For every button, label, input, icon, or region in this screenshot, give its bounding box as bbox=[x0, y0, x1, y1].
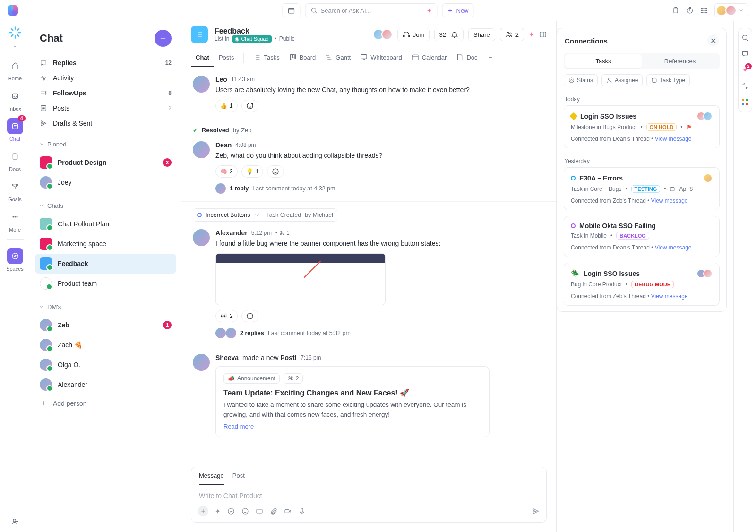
sidebar-item-rollout[interactable]: Chat Rollout Plan bbox=[35, 214, 176, 234]
relation-tag[interactable]: ⌘2 bbox=[284, 373, 303, 384]
reaction-thumbs-up[interactable]: 👍1 bbox=[215, 100, 238, 112]
add-reaction-button[interactable] bbox=[241, 100, 258, 112]
add-reaction-button[interactable] bbox=[267, 165, 284, 178]
tab-chat[interactable]: Chat bbox=[191, 49, 214, 67]
tab-calendar[interactable]: Calendar bbox=[407, 49, 452, 67]
view-message-link[interactable]: View message bbox=[655, 244, 692, 251]
emoji-icon[interactable] bbox=[241, 507, 249, 515]
logo-icon[interactable] bbox=[8, 5, 18, 16]
section-chats[interactable]: Chats bbox=[30, 194, 181, 212]
sidebar-item-feedback[interactable]: Feedback bbox=[35, 254, 176, 274]
comments-button[interactable] bbox=[741, 50, 749, 58]
tab-posts[interactable]: Posts bbox=[214, 49, 239, 67]
activity-button[interactable] bbox=[741, 82, 749, 90]
sidebar-replies[interactable]: Replies 12 bbox=[35, 55, 176, 70]
panel-toggle-icon[interactable] bbox=[539, 31, 547, 38]
sidebar-followups[interactable]: FollowUps 8 bbox=[35, 86, 176, 101]
video-icon[interactable] bbox=[284, 507, 292, 515]
sidebar-posts[interactable]: Posts 2 bbox=[35, 101, 176, 116]
member-avatars[interactable] bbox=[373, 29, 393, 40]
new-button[interactable]: ＋ New bbox=[442, 3, 473, 17]
member-count-pill[interactable]: 32 bbox=[434, 28, 464, 41]
rail-more[interactable]: More bbox=[4, 205, 26, 234]
attachment-icon[interactable] bbox=[270, 507, 277, 515]
attachment-image[interactable] bbox=[215, 253, 386, 305]
section-pinned[interactable]: Pinned bbox=[30, 133, 181, 151]
composer-tab-post[interactable]: Post bbox=[232, 472, 245, 485]
filter-assignee[interactable]: Assignee bbox=[601, 74, 643, 86]
sidebar-activity[interactable]: Activity bbox=[35, 70, 176, 86]
timer-icon[interactable] bbox=[686, 7, 694, 14]
add-view-button[interactable]: ＋ bbox=[482, 48, 498, 68]
message-author[interactable]: Leo bbox=[215, 76, 227, 83]
chevron-down-icon[interactable] bbox=[12, 44, 17, 49]
rail-home[interactable]: Home bbox=[4, 54, 26, 83]
clipboard-icon[interactable] bbox=[672, 7, 679, 14]
section-dms[interactable]: DM's bbox=[30, 295, 181, 313]
account-menu[interactable] bbox=[714, 3, 748, 17]
ai-button[interactable]: 2✦ bbox=[742, 66, 748, 74]
join-button[interactable]: Join bbox=[397, 28, 430, 41]
message-author[interactable]: Alexander bbox=[215, 229, 248, 237]
task-icon[interactable] bbox=[227, 507, 235, 515]
calendar-shortcut-button[interactable] bbox=[282, 3, 300, 17]
tab-board[interactable]: Board bbox=[284, 49, 321, 67]
rail-spaces[interactable]: Spaces bbox=[4, 244, 26, 274]
avatar[interactable] bbox=[193, 229, 210, 246]
composer-add-button[interactable]: ＋ bbox=[198, 506, 208, 516]
search-button[interactable] bbox=[741, 34, 749, 42]
rail-chat[interactable]: 4 Chat bbox=[4, 114, 26, 144]
sidebar-dm-alexander[interactable]: Alexander bbox=[35, 375, 176, 395]
sidebar-drafts[interactable]: Drafts & Sent bbox=[35, 116, 176, 131]
thread-replies-link[interactable]: 1 reply Last comment today at 4:32 pm bbox=[215, 183, 545, 194]
filter-task-type[interactable]: Task Type bbox=[646, 74, 690, 86]
sidebar-item-product-team[interactable]: Product team bbox=[35, 274, 176, 293]
ai-icon[interactable]: ✦ bbox=[215, 507, 221, 515]
post-card[interactable]: 📣Announcement ⌘2 Team Update: Exciting C… bbox=[215, 366, 490, 437]
read-more-link[interactable]: Read more bbox=[223, 423, 254, 430]
tab-doc[interactable]: Doc bbox=[451, 49, 482, 67]
close-panel-button[interactable]: ✕ bbox=[707, 35, 719, 46]
reaction-eyes[interactable]: 👀2 bbox=[215, 310, 238, 322]
sidebar-dm-olga[interactable]: Olga O. bbox=[35, 355, 176, 375]
rail-docs[interactable]: Docs bbox=[4, 145, 26, 174]
filter-status[interactable]: Status bbox=[564, 74, 598, 86]
ai-spark-icon[interactable]: ✦ bbox=[529, 31, 534, 38]
avatar[interactable] bbox=[193, 141, 210, 158]
apps-grid-icon[interactable] bbox=[700, 7, 708, 14]
rail-inbox[interactable]: Inbox bbox=[4, 84, 26, 113]
reaction-brain[interactable]: 🧠3 bbox=[215, 165, 238, 178]
view-message-link[interactable]: View message bbox=[655, 136, 692, 142]
sidebar-item-marketing[interactable]: Marketing space bbox=[35, 234, 176, 254]
composer-input[interactable]: Write to Chat Product bbox=[191, 485, 546, 502]
sidebar-item-product-design[interactable]: Product Design 3 bbox=[35, 153, 176, 172]
share-button[interactable]: Share bbox=[468, 28, 495, 41]
avatar[interactable] bbox=[193, 76, 210, 93]
new-chat-button[interactable]: ＋ bbox=[155, 30, 172, 47]
view-message-link[interactable]: View message bbox=[651, 197, 688, 204]
send-button[interactable] bbox=[532, 507, 540, 515]
seg-tasks[interactable]: Tasks bbox=[565, 54, 642, 68]
seg-references[interactable]: References bbox=[642, 54, 718, 68]
view-message-link[interactable]: View message bbox=[651, 293, 688, 300]
add-reaction-button[interactable] bbox=[241, 310, 258, 322]
tab-gantt[interactable]: Gantt bbox=[320, 49, 355, 67]
tab-tasks[interactable]: Tasks bbox=[249, 49, 284, 67]
connection-card[interactable]: Login SSO Issues Milestone in Bugs Produ… bbox=[564, 105, 720, 148]
composer-tab-message[interactable]: Message bbox=[199, 472, 224, 485]
connection-card[interactable]: E30A – Errors Task in Core – Bugs•TESTIN… bbox=[564, 167, 720, 210]
mic-icon[interactable] bbox=[298, 507, 306, 515]
reaction-bulb[interactable]: 💡1 bbox=[241, 165, 264, 178]
avatar[interactable] bbox=[193, 354, 210, 371]
sidebar-dm-zeb[interactable]: Zeb1 bbox=[35, 315, 176, 335]
squad-tag[interactable]: ◉ Chat Squad bbox=[232, 35, 271, 43]
connection-card[interactable]: 🪲Login SSO Issues Bug in Core Product•DE… bbox=[564, 263, 720, 306]
message-author[interactable]: Dean bbox=[215, 141, 232, 149]
search-input[interactable]: Search or Ask AI... ✦ bbox=[305, 3, 437, 17]
add-person-button[interactable]: ＋Add person bbox=[35, 395, 176, 412]
workspace-logo-icon[interactable] bbox=[9, 26, 22, 39]
thread-replies-link[interactable]: 2 replies Last comment today at 5:32 pm bbox=[215, 328, 545, 338]
apps-button[interactable] bbox=[741, 98, 749, 106]
tab-whiteboard[interactable]: Whiteboard bbox=[355, 49, 406, 67]
rail-goals[interactable]: Goals bbox=[4, 175, 26, 204]
